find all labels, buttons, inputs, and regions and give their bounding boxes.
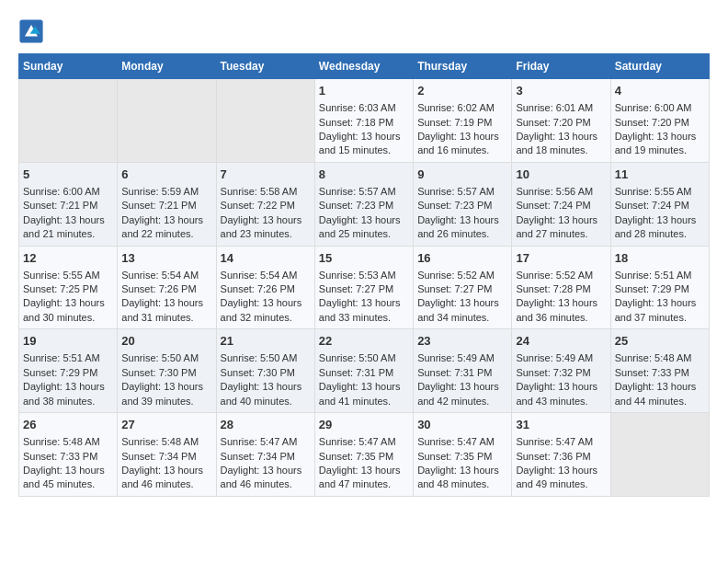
day-number: 16 <box>417 250 507 267</box>
day-info: Sunrise: 5:59 AM Sunset: 7:21 PM Dayligh… <box>121 185 211 242</box>
calendar-cell: 8Sunrise: 5:57 AM Sunset: 7:23 PM Daylig… <box>314 162 413 246</box>
day-number: 13 <box>121 250 211 267</box>
day-number: 10 <box>516 167 606 183</box>
day-number: 6 <box>121 167 211 183</box>
day-info: Sunrise: 5:57 AM Sunset: 7:23 PM Dayligh… <box>319 185 409 242</box>
calendar-cell: 30Sunrise: 5:47 AM Sunset: 7:35 PM Dayli… <box>414 413 512 497</box>
calendar-cell: 23Sunrise: 5:49 AM Sunset: 7:31 PM Dayli… <box>414 329 512 413</box>
day-info: Sunrise: 6:02 AM Sunset: 7:19 PM Dayligh… <box>417 101 507 158</box>
calendar-cell: 5Sunrise: 6:00 AM Sunset: 7:21 PM Daylig… <box>19 162 118 246</box>
day-info: Sunrise: 5:52 AM Sunset: 7:28 PM Dayligh… <box>516 269 606 326</box>
day-info: Sunrise: 5:51 AM Sunset: 7:29 PM Dayligh… <box>23 351 113 408</box>
day-number: 3 <box>516 83 606 99</box>
day-header-wednesday: Wednesday <box>314 54 413 79</box>
calendar-cell <box>610 413 709 497</box>
day-number: 28 <box>221 417 311 433</box>
day-info: Sunrise: 5:48 AM Sunset: 7:33 PM Dayligh… <box>615 351 705 408</box>
day-info: Sunrise: 5:56 AM Sunset: 7:24 PM Dayligh… <box>516 185 606 242</box>
day-number: 24 <box>516 333 606 350</box>
day-info: Sunrise: 5:47 AM Sunset: 7:36 PM Dayligh… <box>516 435 606 492</box>
calendar-cell: 29Sunrise: 5:47 AM Sunset: 7:35 PM Dayli… <box>314 413 413 497</box>
calendar-cell: 26Sunrise: 5:48 AM Sunset: 7:33 PM Dayli… <box>19 413 118 497</box>
day-number: 29 <box>319 417 409 433</box>
day-info: Sunrise: 5:48 AM Sunset: 7:33 PM Dayligh… <box>23 435 113 492</box>
day-header-sunday: Sunday <box>19 54 118 79</box>
day-number: 5 <box>23 167 113 183</box>
day-header-saturday: Saturday <box>610 54 709 79</box>
day-number: 18 <box>615 250 705 267</box>
day-number: 8 <box>319 167 409 183</box>
week-row-5: 26Sunrise: 5:48 AM Sunset: 7:33 PM Dayli… <box>19 413 710 497</box>
day-number: 17 <box>516 250 606 267</box>
day-number: 7 <box>221 167 311 183</box>
calendar-cell: 7Sunrise: 5:58 AM Sunset: 7:22 PM Daylig… <box>216 162 314 246</box>
day-header-friday: Friday <box>512 54 610 79</box>
calendar-cell: 6Sunrise: 5:59 AM Sunset: 7:21 PM Daylig… <box>118 162 216 246</box>
day-number: 15 <box>319 250 409 267</box>
day-number: 30 <box>417 417 507 433</box>
calendar-cell: 11Sunrise: 5:55 AM Sunset: 7:24 PM Dayli… <box>610 162 709 246</box>
day-number: 22 <box>319 333 409 350</box>
calendar-cell: 2Sunrise: 6:02 AM Sunset: 7:19 PM Daylig… <box>414 79 512 163</box>
calendar-cell: 21Sunrise: 5:50 AM Sunset: 7:30 PM Dayli… <box>216 329 314 413</box>
day-number: 20 <box>121 333 211 350</box>
week-row-4: 19Sunrise: 5:51 AM Sunset: 7:29 PM Dayli… <box>19 329 710 413</box>
calendar-cell: 3Sunrise: 6:01 AM Sunset: 7:20 PM Daylig… <box>512 79 610 163</box>
day-info: Sunrise: 5:50 AM Sunset: 7:30 PM Dayligh… <box>121 351 211 408</box>
calendar-cell: 20Sunrise: 5:50 AM Sunset: 7:30 PM Dayli… <box>118 329 216 413</box>
day-info: Sunrise: 5:58 AM Sunset: 7:22 PM Dayligh… <box>221 185 311 242</box>
calendar-cell: 9Sunrise: 5:57 AM Sunset: 7:23 PM Daylig… <box>414 162 512 246</box>
day-info: Sunrise: 5:54 AM Sunset: 7:26 PM Dayligh… <box>121 269 211 326</box>
logo <box>18 18 48 44</box>
week-row-1: 1Sunrise: 6:03 AM Sunset: 7:18 PM Daylig… <box>19 79 710 163</box>
calendar-cell: 17Sunrise: 5:52 AM Sunset: 7:28 PM Dayli… <box>512 246 610 329</box>
day-header-monday: Monday <box>118 54 216 79</box>
day-info: Sunrise: 5:49 AM Sunset: 7:31 PM Dayligh… <box>417 351 507 408</box>
calendar-cell <box>216 79 314 163</box>
header <box>18 18 710 44</box>
day-number: 26 <box>23 417 113 433</box>
logo-icon <box>18 18 44 44</box>
day-info: Sunrise: 6:03 AM Sunset: 7:18 PM Dayligh… <box>319 101 409 158</box>
day-info: Sunrise: 5:47 AM Sunset: 7:34 PM Dayligh… <box>221 435 311 492</box>
day-header-thursday: Thursday <box>414 54 512 79</box>
day-number: 23 <box>417 333 507 350</box>
calendar-cell: 24Sunrise: 5:49 AM Sunset: 7:32 PM Dayli… <box>512 329 610 413</box>
day-info: Sunrise: 5:53 AM Sunset: 7:27 PM Dayligh… <box>319 269 409 326</box>
day-info: Sunrise: 5:55 AM Sunset: 7:25 PM Dayligh… <box>23 269 113 326</box>
calendar-cell: 12Sunrise: 5:55 AM Sunset: 7:25 PM Dayli… <box>19 246 118 329</box>
calendar-cell: 28Sunrise: 5:47 AM Sunset: 7:34 PM Dayli… <box>216 413 314 497</box>
day-number: 27 <box>121 417 211 433</box>
day-info: Sunrise: 5:51 AM Sunset: 7:29 PM Dayligh… <box>615 269 705 326</box>
week-row-2: 5Sunrise: 6:00 AM Sunset: 7:21 PM Daylig… <box>19 162 710 246</box>
day-info: Sunrise: 5:50 AM Sunset: 7:31 PM Dayligh… <box>319 351 409 408</box>
day-info: Sunrise: 5:47 AM Sunset: 7:35 PM Dayligh… <box>319 435 409 492</box>
calendar-cell: 10Sunrise: 5:56 AM Sunset: 7:24 PM Dayli… <box>512 162 610 246</box>
day-number: 9 <box>417 167 507 183</box>
day-number: 4 <box>615 83 705 99</box>
calendar-cell <box>19 79 118 163</box>
day-header-tuesday: Tuesday <box>216 54 314 79</box>
day-number: 12 <box>23 250 113 267</box>
day-number: 19 <box>23 333 113 350</box>
calendar-cell: 1Sunrise: 6:03 AM Sunset: 7:18 PM Daylig… <box>314 79 413 163</box>
calendar-cell: 4Sunrise: 6:00 AM Sunset: 7:20 PM Daylig… <box>610 79 709 163</box>
day-info: Sunrise: 5:49 AM Sunset: 7:32 PM Dayligh… <box>516 351 606 408</box>
day-info: Sunrise: 6:00 AM Sunset: 7:21 PM Dayligh… <box>23 185 113 242</box>
day-info: Sunrise: 6:00 AM Sunset: 7:20 PM Dayligh… <box>615 101 705 158</box>
day-info: Sunrise: 6:01 AM Sunset: 7:20 PM Dayligh… <box>516 101 606 158</box>
calendar-cell: 22Sunrise: 5:50 AM Sunset: 7:31 PM Dayli… <box>314 329 413 413</box>
calendar-cell: 13Sunrise: 5:54 AM Sunset: 7:26 PM Dayli… <box>118 246 216 329</box>
day-number: 11 <box>615 167 705 183</box>
day-number: 21 <box>221 333 311 350</box>
day-number: 31 <box>516 417 606 433</box>
calendar-cell: 18Sunrise: 5:51 AM Sunset: 7:29 PM Dayli… <box>610 246 709 329</box>
day-info: Sunrise: 5:50 AM Sunset: 7:30 PM Dayligh… <box>221 351 311 408</box>
day-info: Sunrise: 5:47 AM Sunset: 7:35 PM Dayligh… <box>417 435 507 492</box>
calendar-cell: 27Sunrise: 5:48 AM Sunset: 7:34 PM Dayli… <box>118 413 216 497</box>
day-number: 2 <box>417 83 507 99</box>
calendar-cell: 25Sunrise: 5:48 AM Sunset: 7:33 PM Dayli… <box>610 329 709 413</box>
day-info: Sunrise: 5:55 AM Sunset: 7:24 PM Dayligh… <box>615 185 705 242</box>
calendar-cell: 16Sunrise: 5:52 AM Sunset: 7:27 PM Dayli… <box>414 246 512 329</box>
calendar-cell: 31Sunrise: 5:47 AM Sunset: 7:36 PM Dayli… <box>512 413 610 497</box>
